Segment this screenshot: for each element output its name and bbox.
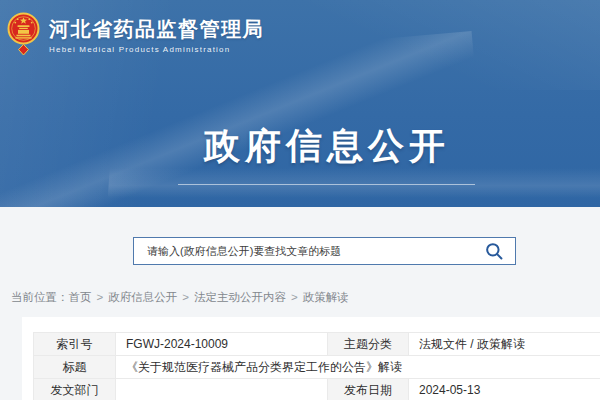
breadcrumb-separator: > [182,291,189,303]
topic-category-label: 主题分类 [328,333,409,356]
breadcrumb-item-statutory-disclosure[interactable]: 法定主动公开内容 [194,291,286,303]
index-number-label: 索引号 [34,333,116,356]
table-row: 索引号 FGWJ-2024-10009 主题分类 法规文件 / 政策解读 [34,333,600,356]
search-icon [484,241,504,261]
org-name-block: 河北省药品监督管理局 Hebei Medical Products Admini… [49,11,264,54]
banner-title: 政府信息公开 [204,122,450,171]
china-national-emblem-icon [7,11,40,56]
publish-date-value: 2024-05-13 [409,379,600,400]
search-section: 当前位置：首页>政府信息公开>法定主动公开内容>政策解读 [0,207,600,317]
banner-title-underline [178,184,475,185]
page: 河北省药品监督管理局 Hebei Medical Products Admini… [0,0,600,400]
search-input[interactable] [134,238,473,264]
breadcrumb: 当前位置：首页>政府信息公开>法定主动公开内容>政策解读 [11,290,349,305]
title-value: 《关于规范医疗器械产品分类界定工作的公告》解读 [116,356,600,379]
topic-category-value: 法规文件 / 政策解读 [409,333,600,356]
breadcrumb-label: 当前位置： [11,291,69,303]
search-box [133,237,516,265]
content-panel: 索引号 FGWJ-2024-10009 主题分类 法规文件 / 政策解读 标题 … [22,317,600,400]
breadcrumb-separator: > [97,291,104,303]
title-label: 标题 [34,356,116,379]
document-info-table: 索引号 FGWJ-2024-10009 主题分类 法规文件 / 政策解读 标题 … [33,332,600,400]
table-row: 发文部门 发布日期 2024-05-13 [34,379,600,400]
search-button[interactable] [473,238,515,264]
site-logo[interactable]: 河北省药品监督管理局 Hebei Medical Products Admini… [7,11,264,56]
site-banner: 河北省药品监督管理局 Hebei Medical Products Admini… [0,0,600,207]
org-name-zh: 河北省药品监督管理局 [49,19,264,39]
banner-wave-decoration [280,0,600,90]
banner-heading: 政府信息公开 [0,122,600,171]
index-number-value: FGWJ-2024-10009 [116,333,328,356]
issuing-department-value [116,379,328,400]
org-name-en: Hebei Medical Products Administration [49,45,264,54]
issuing-department-label: 发文部门 [34,379,116,400]
breadcrumb-item-gov-info[interactable]: 政府信息公开 [108,291,177,303]
table-row: 标题 《关于规范医疗器械产品分类界定工作的公告》解读 [34,356,600,379]
breadcrumb-item-home[interactable]: 首页 [69,291,92,303]
breadcrumb-separator: > [291,291,298,303]
breadcrumb-item-policy-interpretation[interactable]: 政策解读 [303,291,349,303]
publish-date-label: 发布日期 [328,379,409,400]
